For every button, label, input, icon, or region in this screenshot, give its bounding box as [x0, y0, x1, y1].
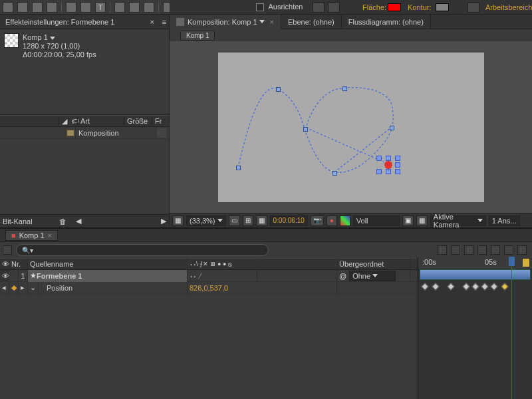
snap-edge-icon[interactable]: [328, 2, 340, 13]
keyframe-icon[interactable]: [481, 283, 488, 290]
trash-icon[interactable]: 🗑: [59, 217, 66, 225]
project-item[interactable]: Komposition: [0, 127, 169, 139]
shape-tool-icon[interactable]: [66, 2, 76, 13]
breadcrumb[interactable]: Komp 1: [180, 31, 215, 41]
motion-anchor[interactable]: [342, 86, 347, 91]
motion-anchor[interactable]: [236, 166, 241, 170]
comp-mini-flow-icon[interactable]: [438, 245, 447, 255]
motion-blur-icon[interactable]: [477, 245, 487, 255]
keyframe-icon[interactable]: [501, 283, 508, 290]
type-column[interactable]: Art: [77, 117, 124, 125]
fr-column[interactable]: Fr: [152, 117, 165, 125]
tab-close-icon[interactable]: ×: [270, 18, 274, 26]
tab-close-icon[interactable]: ×: [48, 231, 52, 239]
channel-icon[interactable]: ●: [327, 215, 337, 226]
visibility-toggle[interactable]: 👁: [0, 270, 9, 282]
keyframe-icon[interactable]: [490, 283, 497, 290]
layer-duration-bar[interactable]: [420, 269, 531, 280]
fill-label[interactable]: Fläche:: [362, 3, 386, 11]
dropdown-icon[interactable]: [50, 37, 55, 40]
clone-tool-icon[interactable]: [129, 2, 140, 13]
keyframe-icon[interactable]: [421, 283, 428, 290]
timecode-display[interactable]: 0:00:06:10: [270, 215, 308, 226]
transparency-icon[interactable]: ▦: [416, 215, 428, 226]
tab-composition[interactable]: Komposition: Komp 1 ×: [170, 15, 281, 29]
current-time-indicator[interactable]: [511, 257, 512, 399]
item-menu-icon[interactable]: [157, 128, 166, 138]
keyframe-nav-prev-icon[interactable]: ◂: [0, 282, 9, 294]
canvas-area[interactable]: [170, 41, 532, 213]
motion-anchor[interactable]: [276, 87, 281, 92]
time-ruler[interactable]: :00s 05s: [418, 257, 532, 270]
layer-row[interactable]: 👁 1 ★ Formebene 1 ⬩⬩ ╱ @Ohne: [0, 270, 418, 282]
shape-object[interactable]: [384, 161, 392, 169]
tag-col-icon[interactable]: 🏷: [68, 117, 77, 125]
lock-toggle[interactable]: [9, 270, 19, 282]
comp-name[interactable]: Komp 1: [23, 33, 48, 41]
search-input[interactable]: 🔍▾: [16, 244, 269, 256]
keyframe-icon[interactable]: [471, 283, 479, 290]
timeline-tab[interactable]: ■ Komp 1 ×: [5, 230, 58, 241]
views-dropdown[interactable]: 1 Ans...: [489, 215, 520, 226]
panel-title[interactable]: Effekteinstellungen: Formebene 1: [5, 18, 114, 26]
zoom-tool-icon[interactable]: [32, 2, 43, 13]
fill-swatch[interactable]: [388, 3, 401, 11]
motion-anchor[interactable]: [390, 126, 394, 130]
layer-name[interactable]: Formebene 1: [37, 272, 82, 280]
num-column[interactable]: Nr.: [9, 258, 28, 270]
graph-editor-icon[interactable]: [517, 245, 527, 255]
property-row[interactable]: ◂ ◆ ▸ ⌄ Position 826,0,537,0: [0, 282, 418, 294]
workspace-label[interactable]: Arbeitsbereich:: [485, 3, 532, 11]
cti-head-icon[interactable]: [509, 257, 515, 266]
keyframe-icon[interactable]: [462, 283, 469, 290]
auto-keyframe-icon[interactable]: [504, 245, 513, 255]
snap-icon[interactable]: [313, 2, 325, 13]
bit-depth-label[interactable]: Bit-Kanal: [3, 217, 33, 225]
safe-zones-icon[interactable]: ⊞: [243, 215, 253, 226]
eraser-tool-icon[interactable]: [144, 2, 154, 13]
pen-tool-icon[interactable]: [80, 2, 91, 13]
av-col-icon[interactable]: 👁: [0, 258, 9, 270]
timeline-tracks[interactable]: :00s 05s: [418, 257, 532, 399]
resolution-dropdown[interactable]: Voll: [353, 215, 400, 226]
size-column[interactable]: Größe: [124, 117, 152, 125]
stroke-label[interactable]: Kontur:: [408, 3, 431, 11]
text-tool-icon[interactable]: T: [95, 2, 106, 13]
pickwhip-icon[interactable]: @: [339, 272, 346, 280]
parent-column[interactable]: Übergeordnet: [337, 258, 410, 270]
grid-icon[interactable]: ▦: [256, 215, 267, 226]
stopwatch-icon[interactable]: ◆: [9, 282, 19, 294]
alpha-icon[interactable]: ▦: [172, 215, 184, 226]
snapshot-icon[interactable]: 📷: [311, 215, 324, 226]
panel-close-icon[interactable]: ×: [150, 18, 154, 26]
brush-tool-icon[interactable]: [114, 2, 125, 13]
scroll-right-icon[interactable]: ▶: [161, 217, 166, 225]
resolution-icon[interactable]: ▭: [229, 215, 240, 226]
roi-icon[interactable]: ▣: [402, 215, 414, 226]
timecode-button[interactable]: [3, 245, 12, 255]
keyframe-track[interactable]: [418, 281, 532, 292]
zoom-dropdown[interactable]: (33,3%): [186, 215, 226, 226]
align-checkbox[interactable]: [256, 3, 264, 11]
property-name[interactable]: Position: [39, 282, 188, 294]
panel-menu-icon[interactable]: ≡: [162, 18, 166, 26]
parent-dropdown[interactable]: Ohne: [349, 271, 396, 281]
frame-blend-icon[interactable]: [464, 245, 473, 255]
composition-canvas[interactable]: [218, 53, 484, 202]
motion-anchor[interactable]: [303, 127, 308, 132]
bezier-icon[interactable]: [467, 2, 479, 13]
keyframe-icon[interactable]: [432, 283, 439, 290]
tab-flowchart[interactable]: Flussdiagramm: (ohne): [342, 15, 431, 29]
tab-layer[interactable]: Ebene: (ohne): [281, 15, 342, 29]
camera-dropdown[interactable]: Aktive Kamera: [430, 215, 486, 226]
property-value[interactable]: 826,0,537,0: [188, 282, 337, 294]
scroll-left-icon[interactable]: ◀: [76, 217, 81, 225]
selection-tool-icon[interactable]: [3, 2, 13, 13]
keyframe-icon[interactable]: [447, 283, 454, 290]
dropdown-icon[interactable]: [259, 20, 265, 23]
source-name-column[interactable]: Quellenname: [28, 258, 188, 270]
keyframe-nav-next-icon[interactable]: ▸: [19, 282, 28, 294]
label-col-icon[interactable]: ◢: [59, 117, 68, 126]
hand-tool-icon[interactable]: [17, 2, 28, 13]
color-mgmt-icon[interactable]: [340, 215, 350, 226]
